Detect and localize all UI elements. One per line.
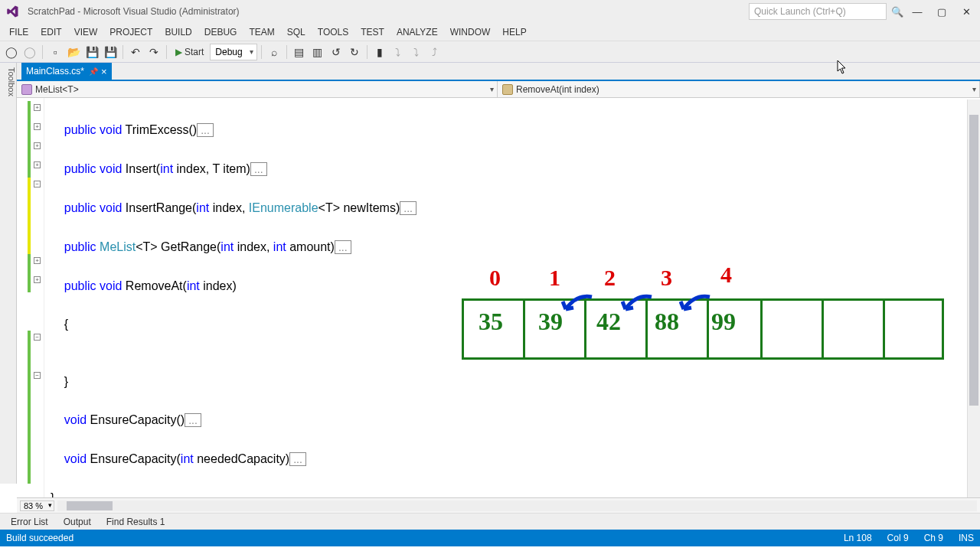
menu-tools[interactable]: TOOLS <box>312 23 354 41</box>
menu-bar: FILE EDIT VIEW PROJECT BUILD DEBUG TEAM … <box>0 23 980 41</box>
method-icon <box>502 84 513 95</box>
uncomment-icon[interactable]: ▥ <box>309 44 326 60</box>
menu-sql[interactable]: SQL <box>281 23 312 41</box>
tab-mainclass[interactable]: MainClass.cs* 📌 × <box>21 63 112 80</box>
vs-logo-icon <box>3 4 21 19</box>
bp-icon[interactable]: ▮ <box>371 44 388 60</box>
menu-edit[interactable]: EDIT <box>34 23 67 41</box>
undo-icon[interactable]: ↶ <box>127 44 144 60</box>
nav-member-dropdown[interactable]: RemoveAt(int index)▾ <box>498 81 980 97</box>
toolbar: ◯ ◯ ▫ 📂 💾 💾 ↶ ↷ ▶Start Debug ⌕ ▤ ▥ ↺ ↻ ▮… <box>0 41 980 63</box>
status-message: Build succeeded <box>6 533 74 543</box>
pin-icon[interactable]: 📌 <box>89 67 98 76</box>
fold-icon[interactable]: − <box>34 372 41 379</box>
nav-fwd-icon[interactable]: ◯ <box>21 44 38 60</box>
toolbox-panel[interactable]: Toolbox <box>0 63 17 484</box>
document-tabs: MainClass.cs* 📌 × <box>0 63 980 81</box>
menu-view[interactable]: VIEW <box>68 23 104 41</box>
fold-icon[interactable]: + <box>34 104 41 111</box>
menu-build[interactable]: BUILD <box>158 23 198 41</box>
status-col: Col 9 <box>887 533 909 543</box>
new-item-icon[interactable]: ▫ <box>47 44 64 60</box>
step-over-icon[interactable]: ⤵ <box>390 44 407 60</box>
redo-icon[interactable]: ↷ <box>145 44 162 60</box>
code-area[interactable]: public void TrimExcess()... public void … <box>44 98 980 497</box>
find-icon[interactable]: ⌕ <box>266 44 283 60</box>
search-icon[interactable]: 🔍 <box>891 6 903 18</box>
status-line: Ln 108 <box>844 533 872 543</box>
fold-icon[interactable]: + <box>34 257 41 264</box>
fold-icon[interactable]: + <box>34 161 41 168</box>
editor[interactable]: + + + + − + + − − public void TrimExcess… <box>17 98 980 497</box>
tab-find-results[interactable]: Find Results 1 <box>99 514 173 530</box>
vertical-scrollbar[interactable] <box>967 99 980 497</box>
config-dropdown[interactable]: Debug <box>210 44 256 60</box>
minimize-button[interactable]: — <box>906 4 928 19</box>
zoom-dropdown[interactable]: 83 % <box>20 500 54 511</box>
step-out-icon[interactable]: ⤴ <box>426 44 443 60</box>
cursor-icon <box>837 60 848 75</box>
fold-icon[interactable]: − <box>34 181 41 187</box>
fold-icon[interactable]: + <box>34 123 41 130</box>
step-into-icon[interactable]: ⤵ <box>408 44 425 60</box>
comment-icon[interactable]: ▤ <box>291 44 308 60</box>
bottom-panel-tabs: Error List Output Find Results 1 <box>0 513 980 530</box>
menu-help[interactable]: HELP <box>496 23 532 41</box>
step2-icon[interactable]: ↻ <box>346 44 363 60</box>
tab-error-list[interactable]: Error List <box>3 514 56 530</box>
menu-project[interactable]: PROJECT <box>103 23 158 41</box>
code-nav-bar: MeList<T>▾ RemoveAt(int index)▾ <box>17 81 980 98</box>
tab-output[interactable]: Output <box>56 514 99 530</box>
save-icon[interactable]: 💾 <box>83 44 100 60</box>
tab-close-icon[interactable]: × <box>101 66 107 77</box>
menu-team[interactable]: TEAM <box>243 23 280 41</box>
menu-window[interactable]: WINDOW <box>444 23 497 41</box>
menu-debug[interactable]: DEBUG <box>198 23 243 41</box>
title-bar: ScratchPad - Microsoft Visual Studio (Ad… <box>0 0 980 23</box>
menu-file[interactable]: FILE <box>3 23 34 41</box>
menu-analyze[interactable]: ANALYZE <box>390 23 444 41</box>
status-ins: INS <box>959 533 974 543</box>
gutter[interactable]: + + + + − + + − − <box>17 98 44 497</box>
nav-back-icon[interactable]: ◯ <box>3 44 20 60</box>
start-button[interactable]: ▶Start <box>171 44 208 60</box>
close-button[interactable]: ✕ <box>956 4 977 19</box>
maximize-button[interactable]: ▢ <box>931 4 952 19</box>
save-all-icon[interactable]: 💾 <box>102 44 119 60</box>
menu-test[interactable]: TEST <box>354 23 390 41</box>
window-title: ScratchPad - Microsoft Visual Studio (Ad… <box>28 6 240 17</box>
horizontal-scrollbar[interactable] <box>57 500 977 511</box>
step-icon[interactable]: ↺ <box>328 44 345 60</box>
editor-footer: 83 % <box>17 497 980 513</box>
fold-icon[interactable]: + <box>34 276 41 283</box>
quick-launch-input[interactable]: Quick Launch (Ctrl+Q) <box>749 3 887 20</box>
open-icon[interactable]: 📂 <box>65 44 82 60</box>
fold-icon[interactable]: − <box>34 334 41 341</box>
fold-icon[interactable]: + <box>34 142 41 149</box>
class-icon <box>21 84 32 95</box>
status-bar: Build succeeded Ln 108 Col 9 Ch 9 INS <box>0 530 980 546</box>
nav-type-dropdown[interactable]: MeList<T>▾ <box>17 81 498 97</box>
status-ch: Ch 9 <box>924 533 943 543</box>
